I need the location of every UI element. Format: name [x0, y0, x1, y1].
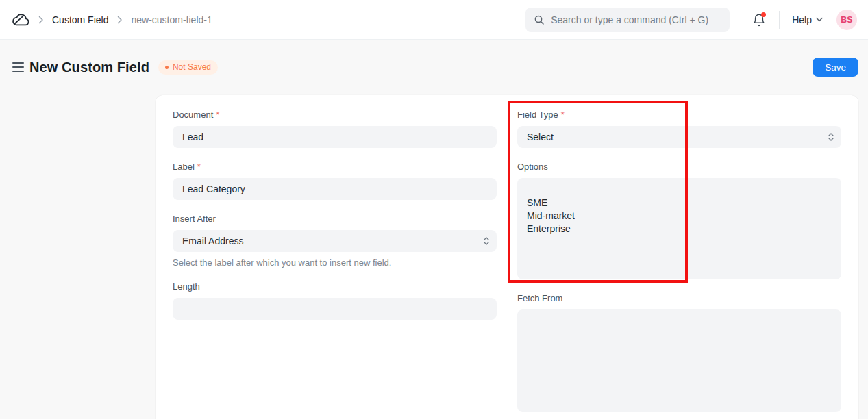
insert-after-select[interactable]: Email Address: [173, 230, 497, 252]
label-input-field[interactable]: [182, 183, 487, 194]
document-label: Document*: [173, 110, 497, 120]
select-updown-icon: [484, 237, 489, 246]
document-input-field[interactable]: [182, 131, 487, 142]
page-title: New Custom Field: [29, 60, 149, 75]
field-type-selected-value: Select: [527, 131, 554, 142]
insert-after-label: Insert After: [173, 214, 497, 224]
select-updown-icon: [828, 133, 834, 142]
insert-after-selected-value: Email Address: [182, 236, 243, 246]
length-input-field[interactable]: [182, 303, 487, 314]
app-logo-icon[interactable]: [11, 12, 29, 27]
topbar-divider: [779, 11, 780, 29]
user-avatar[interactable]: BS: [836, 10, 857, 30]
field-type-label: Field Type*: [517, 110, 841, 120]
breadcrumb-item-current-doc[interactable]: new-custom-field-1: [131, 14, 212, 25]
menu-icon[interactable]: [12, 62, 24, 72]
help-menu-button[interactable]: Help: [792, 14, 823, 25]
length-label: Length: [173, 281, 497, 292]
field-group-label: Label*: [173, 162, 497, 200]
status-dot-icon: [165, 66, 169, 69]
search-input[interactable]: [551, 14, 721, 25]
topbar-actions: Help BS: [752, 10, 857, 30]
notifications-button[interactable]: [752, 12, 767, 27]
label-field-label: Label*: [173, 162, 497, 172]
form-column-right: Field Type* Select Options SME Mid-marke…: [517, 110, 841, 419]
options-label: Options: [517, 162, 841, 172]
field-type-select[interactable]: Select: [517, 126, 841, 148]
fetch-from-textarea[interactable]: [517, 309, 841, 412]
insert-after-help-text: Select the label after which you want to…: [173, 257, 497, 268]
page-header: New Custom Field Not Saved Save: [12, 58, 858, 77]
notification-dot: [761, 12, 766, 17]
status-badge-label: Not Saved: [173, 62, 211, 72]
options-textarea[interactable]: SME Mid-market Enterprise: [517, 178, 841, 279]
breadcrumb-chevron-icon: [38, 16, 44, 24]
breadcrumb-item-custom-field[interactable]: Custom Field: [52, 14, 108, 25]
chevron-down-icon: [816, 17, 823, 22]
required-marker: *: [197, 162, 201, 172]
label-input[interactable]: [173, 178, 497, 200]
breadcrumb: Custom Field new-custom-field-1: [11, 12, 212, 27]
document-input[interactable]: [173, 126, 497, 148]
field-group-options: Options SME Mid-market Enterprise: [517, 162, 841, 279]
length-input[interactable]: [173, 298, 497, 320]
field-group-insert-after: Insert After Email Address Select the la…: [173, 214, 497, 268]
custom-field-form-card: Document* Label* Insert After: [156, 95, 858, 419]
top-navbar: Custom Field new-custom-field-1: [0, 0, 868, 40]
required-marker: *: [561, 110, 565, 120]
save-button[interactable]: Save: [813, 58, 858, 77]
fetch-from-label: Fetch From: [517, 293, 841, 303]
field-group-fetch-from: Fetch From: [517, 293, 841, 412]
status-badge: Not Saved: [158, 60, 218, 75]
field-group-field-type: Field Type* Select: [517, 110, 841, 148]
app-window: Custom Field new-custom-field-1: [0, 0, 868, 419]
global-search[interactable]: [525, 8, 730, 32]
breadcrumb-chevron-icon: [116, 16, 123, 24]
field-group-document: Document*: [173, 110, 497, 148]
field-group-length: Length: [173, 281, 497, 320]
search-icon: [534, 14, 545, 25]
required-marker: *: [216, 110, 219, 120]
form-column-left: Document* Label* Insert After: [173, 110, 497, 419]
help-label: Help: [792, 14, 812, 25]
